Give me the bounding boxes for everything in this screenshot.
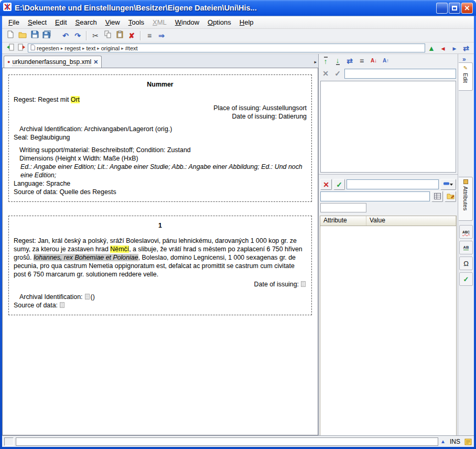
spell-check-tab[interactable]: ABC	[459, 225, 473, 239]
menu-search[interactable]: Search	[72, 17, 101, 27]
attributes-tool-tab[interactable]: Attributes	[459, 177, 473, 221]
dimensions-line[interactable]: Dimensions (Height x Width: Maße (HxB)	[14, 154, 307, 163]
dock-panel-icon[interactable]: »	[462, 56, 466, 63]
cut-button[interactable]: ✂	[90, 30, 101, 41]
minimize-button[interactable]: _	[436, 3, 448, 14]
path-segment[interactable]: original	[101, 45, 120, 51]
menu-select[interactable]: Select	[24, 17, 50, 27]
attribute-edit-row	[319, 202, 458, 215]
attribute-value-input[interactable]	[347, 179, 439, 189]
popup-indicator-icon[interactable]: ▲	[440, 439, 446, 444]
source-label[interactable]: Source of data:	[14, 302, 58, 309]
previous-node-button[interactable]: ◂	[438, 43, 448, 54]
empty-placeholder[interactable]	[85, 294, 90, 300]
edit-table-button[interactable]	[431, 191, 443, 202]
save-button[interactable]	[29, 30, 40, 41]
tip-icon[interactable]	[464, 438, 472, 445]
source-line[interactable]: Source of data:	[14, 301, 307, 309]
path-segment[interactable]: text	[86, 45, 95, 51]
value-dropdown-button[interactable]	[440, 179, 456, 190]
editions-line[interactable]: Ed.: Angabe einer Edition; Lit.: Angabe …	[14, 163, 307, 179]
redo-button[interactable]: ↷	[72, 30, 83, 41]
empty-placeholder[interactable]	[60, 302, 64, 308]
apply-element-button[interactable]: ✓	[332, 68, 343, 79]
menu-options[interactable]: Options	[204, 17, 235, 27]
maximize-button[interactable]	[449, 3, 460, 14]
tab-list-icon[interactable]: ▸	[314, 59, 317, 65]
element-input[interactable]	[344, 69, 456, 79]
insert-after-button[interactable]: ↓	[332, 56, 343, 66]
path-segment[interactable]: regest	[64, 45, 81, 51]
attribute-edit-cell[interactable]	[320, 203, 366, 212]
regest-line[interactable]: Regest: Regest mit Ort	[14, 95, 307, 104]
regest-text[interactable]: Regest: Regest mit	[14, 96, 71, 103]
navigate-up-button[interactable]: ▲	[426, 43, 437, 54]
save-all-button[interactable]	[41, 30, 52, 41]
writing-support-line[interactable]: Writing support/material: Beschreibstoff…	[14, 146, 307, 154]
sort-ascending-button[interactable]: A↑	[381, 56, 391, 66]
status-message-field[interactable]	[16, 437, 438, 446]
insert-before-button[interactable]: ↑	[320, 56, 331, 66]
menu-tools[interactable]: Tools	[125, 17, 148, 27]
menu-view[interactable]: View	[102, 17, 124, 27]
close-button[interactable]: ✕	[461, 3, 473, 14]
archival-identification-line[interactable]: Archival Identification:()	[14, 293, 307, 301]
regest-paragraph[interactable]: Regest: Jan, král český a polský, sráží …	[14, 237, 307, 279]
menu-list-button[interactable]: ≡	[144, 30, 155, 41]
paste-button[interactable]	[114, 30, 125, 41]
menu-window[interactable]: Window	[171, 17, 203, 27]
clear-element-button[interactable]: ✕	[320, 68, 331, 79]
record-number[interactable]: Nummer	[14, 80, 307, 89]
validity-tab[interactable]: ✓	[459, 272, 473, 286]
node-path-field[interactable]: regesten ▸ regest ▸ text ▸ original ▸ #t…	[28, 44, 425, 52]
highlighted-text[interactable]: Ort	[71, 96, 80, 103]
copy-path-button[interactable]	[16, 43, 27, 54]
undo-button[interactable]: ↶	[60, 30, 71, 41]
replace-button[interactable]: ⇄	[344, 56, 355, 66]
wrap-button[interactable]: ≡	[356, 56, 367, 66]
words-tab[interactable]: AB	[459, 241, 473, 254]
sort-descending-button[interactable]: A↓	[369, 56, 379, 66]
record-number[interactable]: 1	[14, 221, 307, 230]
titlebar[interactable]: E:\Dokumente und Einstellungen\Besitzer\…	[0, 0, 476, 16]
element-list[interactable]	[320, 81, 456, 173]
apply-attribute-button[interactable]: ✓	[333, 179, 345, 190]
open-value-button[interactable]	[445, 191, 456, 202]
path-segment[interactable]: #text	[125, 45, 138, 51]
convert-button[interactable]: ⇒	[156, 30, 167, 41]
menu-edit[interactable]: Edit	[51, 17, 70, 27]
attribute-name-input[interactable]	[320, 191, 430, 201]
remove-attribute-button[interactable]: ✕	[320, 179, 332, 190]
sync-view-button[interactable]: ⇄	[461, 43, 471, 54]
document-view[interactable]: Nummer Regest: Regest mit Ort Place of i…	[2, 68, 318, 435]
date-of-issuing-line[interactable]: Date of issuing:	[14, 280, 307, 288]
path-segment[interactable]: regesten	[37, 45, 59, 51]
copy-button[interactable]	[102, 30, 113, 41]
date-of-issuing-line[interactable]: Date of issuing: Datierung	[14, 112, 307, 121]
archival-suffix[interactable]: ()	[91, 293, 95, 301]
menu-file[interactable]: File	[5, 17, 23, 27]
highlighted-text[interactable]: Němčí	[110, 245, 129, 253]
source-line[interactable]: Source of data: Quelle des Regests	[14, 188, 307, 196]
attributes-table-body[interactable]	[320, 226, 456, 435]
attribute-column-header[interactable]: Attribute	[320, 216, 366, 226]
date-label[interactable]: Date of issuing:	[254, 281, 299, 288]
language-line[interactable]: Language: Sprache	[14, 179, 307, 188]
value-column-header[interactable]: Value	[366, 216, 456, 226]
menu-help[interactable]: Help	[236, 17, 257, 27]
archival-label[interactable]: Archival Identification:	[19, 293, 83, 301]
next-node-button[interactable]: ▸	[449, 43, 460, 54]
archival-identification-line[interactable]: Archival Identification: Archivangaben/L…	[14, 125, 307, 133]
place-of-issuing-line[interactable]: Place of issuing: Ausstellungsort	[14, 104, 307, 112]
characters-tab[interactable]: Ω	[459, 256, 473, 270]
empty-placeholder[interactable]	[301, 281, 306, 287]
seal-line[interactable]: Seal: Beglaubigung	[14, 133, 307, 142]
selected-latin-text[interactable]: Iohannes, rex Bohemiae et Poloniae	[34, 254, 138, 261]
sync-selection-button[interactable]	[5, 43, 15, 54]
document-tab[interactable]: ● urkundenerfassung_bsp.xml ✕	[4, 56, 102, 68]
new-document-button[interactable]	[5, 30, 16, 41]
tab-close-icon[interactable]: ✕	[93, 59, 98, 66]
edit-tool-tab[interactable]: ✎ Edit	[459, 62, 473, 91]
delete-button[interactable]: ✘	[126, 30, 137, 41]
open-button[interactable]	[17, 30, 28, 41]
